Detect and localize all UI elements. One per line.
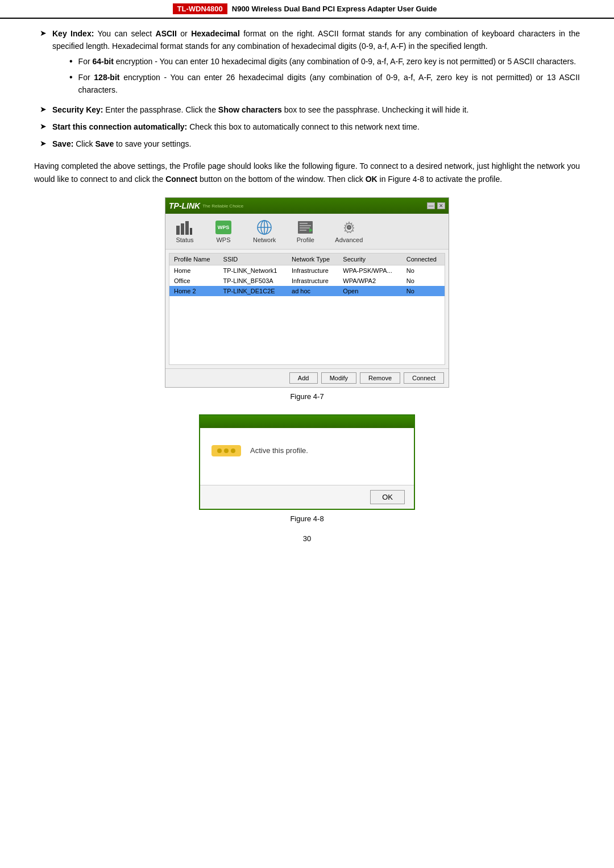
bullet-arrow-2: ➤	[40, 105, 47, 114]
row2-security: WPA/WPA2	[338, 276, 401, 286]
sub-dot-1: •	[69, 56, 73, 68]
col-ssid: SSID	[219, 254, 287, 265]
security-key-label: Security Key:	[52, 105, 103, 114]
svg-rect-1	[181, 223, 184, 235]
window-buttons[interactable]: — ✕	[427, 202, 445, 209]
toolbar-profile[interactable]: Profile	[286, 217, 325, 246]
bullet-key-index-text: Key Index: You can select ASCII or Hexad…	[52, 28, 580, 99]
remove-button[interactable]: Remove	[360, 372, 400, 384]
start-auto-label: Start this connection automatically:	[52, 122, 187, 131]
row3-connected: No	[402, 286, 445, 296]
tp-link-logo: TP-LINK	[169, 201, 200, 210]
advanced-icon	[340, 219, 358, 235]
tplink-window: TP-LINK The Reliable Choice — ✕	[165, 197, 449, 388]
dots-icon	[211, 445, 241, 456]
table-body: Home TP-LINK_Network1 Infrastructure WPA…	[169, 265, 445, 364]
col-security: Security	[338, 254, 401, 265]
hex-label: Hexadecimal	[191, 29, 240, 38]
col-connected: Connected	[402, 254, 445, 265]
col-profile-name: Profile Name	[169, 254, 219, 265]
dialog-content: Active this profile.	[200, 428, 414, 485]
row3-ssid: TP-LINK_DE1C2E	[219, 286, 287, 296]
profile-table: Profile Name SSID Network Type Security …	[169, 254, 445, 364]
logo-subtitle: The Reliable Choice	[202, 203, 243, 209]
sub-bullets: • For 64-bit encryption - You can enter …	[52, 56, 580, 96]
sub-bullet-64: • For 64-bit encryption - You can enter …	[69, 56, 580, 68]
key-index-label: Key Index:	[52, 29, 94, 38]
model-label: TL-WDN4800	[173, 3, 227, 14]
logo-area: TP-LINK The Reliable Choice	[169, 201, 243, 210]
wps-label: WPS	[216, 236, 230, 243]
figure-7-container: TP-LINK The Reliable Choice — ✕	[34, 197, 580, 523]
bullet-key-index: ➤ Key Index: You can select ASCII or Hex…	[34, 28, 580, 99]
status-icon	[176, 219, 194, 235]
bullet-security-key: ➤ Security Key: Enter the passphrase. Cl…	[34, 104, 580, 117]
status-svg	[176, 220, 193, 235]
toolbar-wps[interactable]: WPS WPS	[204, 217, 243, 246]
bullet-save: ➤ Save: Click Save to save your settings…	[34, 138, 580, 151]
row3-security: Open	[338, 286, 401, 296]
svg-rect-9	[300, 223, 308, 224]
ok-button[interactable]: OK	[370, 490, 405, 504]
svg-rect-11	[300, 227, 310, 229]
table-head: Profile Name SSID Network Type Security …	[169, 254, 445, 265]
modify-button[interactable]: Modify	[321, 372, 356, 384]
svg-rect-0	[176, 226, 180, 235]
toolbar-network[interactable]: Network	[243, 217, 286, 246]
advanced-label: Advanced	[335, 236, 363, 243]
row3-type: ad hoc	[287, 286, 338, 296]
profile-icon	[296, 219, 314, 235]
titlebar: TP-LINK The Reliable Choice — ✕	[165, 198, 449, 214]
row1-connected: No	[402, 265, 445, 276]
figure-8-label: Figure 4-8	[290, 514, 323, 523]
row1-type: Infrastructure	[287, 265, 338, 276]
page-number: 30	[34, 534, 580, 554]
bullet-security-text: Security Key: Enter the passphrase. Clic…	[52, 104, 580, 117]
toolbar-status[interactable]: Status	[165, 217, 204, 246]
profile-label: Profile	[297, 236, 314, 243]
sub-text-64: For 64-bit encryption - You can enter 10…	[78, 56, 580, 68]
page-header: TL-WDN4800 N900 Wireless Dual Band PCI E…	[0, 0, 614, 19]
toolbar-advanced[interactable]: Advanced	[325, 217, 373, 246]
row3-name: Home 2	[169, 286, 219, 296]
bullet-arrow-1: ➤	[40, 28, 47, 38]
profile-svg	[297, 220, 314, 235]
active-profile-dialog: Active this profile. OK	[199, 414, 415, 510]
show-characters-label: Show characters	[218, 105, 282, 114]
active-profile-text: Active this profile.	[250, 446, 308, 455]
dialog-header	[200, 416, 414, 428]
table-row-selected[interactable]: Home 2 TP-LINK_DE1C2E ad hoc Open No	[169, 286, 445, 296]
row2-ssid: TP-LINK_BF503A	[219, 276, 287, 286]
wps-icon-box: WPS	[215, 221, 231, 234]
svg-rect-12	[300, 230, 306, 231]
sub-dot-2: •	[69, 72, 73, 84]
save-label: Save:	[52, 139, 73, 148]
wps-icon: WPS	[214, 219, 233, 235]
bullet-save-text: Save: Click Save to save your settings.	[52, 138, 580, 151]
svg-rect-10	[300, 225, 311, 226]
bullet-start-auto-text: Start this connection automatically: Che…	[52, 121, 580, 134]
table-row[interactable]: Office TP-LINK_BF503A Infrastructure WPA…	[169, 276, 445, 286]
status-label: Status	[176, 236, 193, 243]
connect-button[interactable]: Connect	[404, 372, 444, 384]
blank-rows	[169, 296, 445, 364]
add-button[interactable]: Add	[289, 372, 318, 384]
row1-security: WPA-PSK/WPA...	[338, 265, 401, 276]
row1-name: Home	[169, 265, 219, 276]
main-content: ➤ Key Index: You can select ASCII or Hex…	[0, 28, 614, 554]
table-header-row: Profile Name SSID Network Type Security …	[169, 254, 445, 265]
window-action-buttons: Add Modify Remove Connect	[165, 368, 449, 387]
col-network-type: Network Type	[287, 254, 338, 265]
svg-rect-2	[185, 221, 189, 235]
sub-bullet-128: • For 128-bit encryption - You can enter…	[69, 72, 580, 96]
sub-text-128: For 128-bit encryption - You can enter 2…	[78, 72, 580, 96]
network-icon	[255, 219, 273, 235]
profile-content: Profile Name SSID Network Type Security …	[169, 253, 445, 365]
intro-paragraph: Having completed the above settings, the…	[34, 160, 580, 186]
row2-connected: No	[402, 276, 445, 286]
figure-7-label: Figure 4-7	[290, 392, 323, 401]
minimize-button[interactable]: —	[427, 202, 435, 209]
close-button[interactable]: ✕	[437, 202, 445, 209]
ascii-label: ASCII	[156, 29, 177, 38]
table-row[interactable]: Home TP-LINK_Network1 Infrastructure WPA…	[169, 265, 445, 276]
